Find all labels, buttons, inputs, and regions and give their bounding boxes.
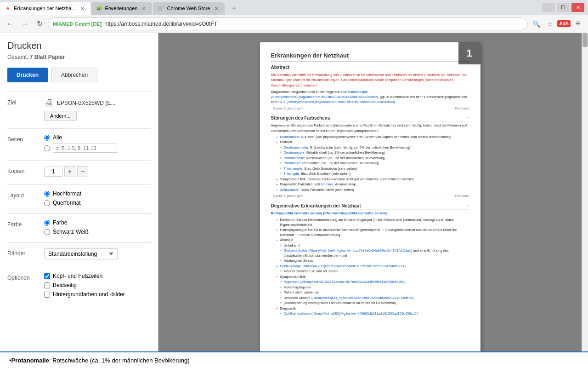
bottom-text-bar: • Protanomalie : Rotschwäche (ca. 1% der… (0, 351, 588, 368)
option-background-label: Hintergrundfarben und -bilder (53, 291, 125, 298)
tab-close-3[interactable]: ✕ (213, 5, 220, 12)
divider-7 (7, 267, 151, 267)
layout-landscape-label: Querformat (53, 200, 81, 206)
copies-input[interactable] (44, 167, 62, 177)
sub-protanopie: Protanopie: Rotblindheit (ca. 1% der män… (280, 161, 469, 166)
divider-4 (7, 184, 151, 185)
retinopathia-title: Retinopathia centralis serosa (Chorioret… (271, 211, 469, 216)
tab-close-2[interactable]: ✕ (140, 5, 147, 12)
bullet-symptome-klinik: Symptome/Klinik: Gewisse Farben können n… (277, 177, 469, 182)
color-label: Farbe (7, 219, 44, 228)
layout-portrait-radio[interactable] (44, 191, 50, 197)
forward-button[interactable]: → (18, 17, 31, 30)
option-background-checkbox[interactable] (44, 292, 50, 298)
bookmark-icon-button[interactable]: ☆ (543, 17, 556, 30)
security-label: MIAMED GmbH [DE] (53, 21, 102, 27)
bottom-text-term: Protanomalie (11, 357, 49, 364)
color-color-row: Farbe (44, 219, 151, 226)
color-bw-radio[interactable] (44, 229, 50, 235)
copies-increment-button[interactable]: + (64, 166, 75, 177)
tab-erkrankungen[interactable]: 🔺 Erkrankungen der Netzha... ✕ (0, 2, 90, 15)
address-text: https://amboss.miamed.de/library#xid=sO0… (104, 21, 523, 27)
option-duplex-row: Beidseitig (44, 282, 151, 288)
cancel-button[interactable]: Abbrechen (51, 68, 97, 82)
print-button[interactable]: Drucken (7, 68, 48, 82)
section-farb-title: Störungen des Farbsehens · (271, 115, 469, 122)
divider-5 (7, 213, 151, 214)
layout-control: Hochformat Querformat (44, 190, 151, 206)
pages-range-row (44, 144, 151, 153)
option-duplex-checkbox[interactable] (44, 282, 50, 288)
color-control: Farbe Schwarz-Weiß (44, 219, 151, 235)
main-area: Drucken Gesamt: 7 Blatt Papier Drucken A… (0, 33, 588, 368)
r-ophthal: Ophthalmoskopie (/library#xid=aM0QMg&ank… (280, 311, 469, 316)
layout-landscape-radio[interactable] (44, 200, 50, 206)
section-abstract-title: Abstract · (271, 64, 469, 71)
tab-extensions[interactable]: 🧩 Erweiterungen ✕ (91, 2, 153, 15)
color-radio-group: Farbe Schwarz-Weiß (44, 219, 151, 235)
bottom-text-suffix: : Rotschwäche (ca. 1% der männlichen Bev… (49, 357, 190, 364)
options-label: Optionen (7, 273, 44, 281)
reload-button[interactable]: ↻ (33, 17, 46, 30)
margins-label: Ränder (7, 248, 44, 257)
window-controls: — ☐ ✕ (542, 0, 588, 15)
layout-row: Layout Hochformat Querformat (7, 190, 151, 206)
printer-name: EPSON-BX525WD (E... (57, 100, 115, 106)
copies-decrement-button[interactable]: − (77, 166, 88, 177)
layout-radio-group: Hochformat Querformat (44, 190, 151, 206)
r-wahrnehmung: (Wahrnehmung eines grauen Flecks/Schatte… (280, 301, 469, 306)
option-headers-row: Kopf- und Fußzeilen (44, 273, 151, 279)
minimize-button[interactable]: — (542, 3, 555, 12)
r-verkleinert: Patient sieht verkleinert (280, 290, 469, 295)
pages-all-radio[interactable] (44, 135, 50, 141)
change-printer-button[interactable]: Ändern... (44, 111, 77, 121)
print-buttons: Drucken Abbrechen (7, 68, 151, 82)
navbar: ← → ↻ MIAMED GmbH [DE] https://amboss.mi… (0, 15, 588, 33)
tab-close-1[interactable]: ✕ (79, 5, 86, 12)
pages-label: Seiten (7, 134, 44, 143)
copies-row: Kopien + − (7, 166, 151, 177)
printer-row: Ziel 🖨 EPSON-BX525WD (E... Ändern... (7, 98, 151, 121)
print-panel: Drucken Gesamt: 7 Blatt Papier Drucken A… (0, 33, 158, 368)
copies-label: Kopien (7, 166, 44, 174)
pages-all-label: Alle (53, 134, 62, 141)
address-bar[interactable]: MIAMED GmbH [DE] https://amboss.miamed.d… (48, 17, 528, 30)
layout-portrait-row: Hochformat (44, 190, 151, 197)
pages-control: Alle (44, 134, 151, 153)
new-tab-button[interactable]: + (225, 2, 243, 15)
sub-deuteranomalie: Deuteranomalie: Grünschwäche (sehr häufi… (280, 145, 469, 150)
tab-webstore[interactable]: 🛒 Chrome Web Store ✕ (153, 2, 225, 15)
menu-button[interactable]: ≡ (571, 17, 584, 30)
tab-favicon-3: 🛒 (158, 5, 164, 12)
preview-scroll[interactable]: 1 Erkrankungen der Netzhaut · · · · Abst… (158, 33, 582, 368)
abstract-text-red: Die Netzhaut vermittelt die Umwandlung v… (271, 72, 469, 88)
margins-select[interactable]: Standardeinstellung Keine Minimal Benutz… (44, 248, 118, 259)
r-definition: Definition: Seröse Netzhautabhebung am h… (277, 218, 469, 227)
separator-1 (271, 112, 469, 112)
divider-2 (7, 128, 151, 129)
adblock-badge[interactable]: AdB (557, 20, 571, 27)
abstract-footer: · Eigene Ergänzungen ↑ Feedback (271, 106, 469, 111)
color-bw-label: Schwarz-Weiß (53, 229, 89, 235)
back-button[interactable]: ← (4, 17, 17, 30)
pages-range-radio[interactable] (44, 145, 50, 151)
farb-footer: · Eigene Ergänzungen ↑ Feedback (271, 194, 469, 198)
maximize-button[interactable]: ☐ (557, 3, 570, 12)
nav-icons: 🔍 ☆ AdB ≡ (530, 17, 584, 30)
r-diagnostik: Diagnostik (277, 306, 469, 311)
bullet-formen: Formen (277, 140, 469, 145)
layout-label: Layout (7, 190, 44, 199)
option-headers-label: Kopf- und Fußzeilen (53, 273, 102, 279)
option-headers-checkbox[interactable] (44, 273, 50, 279)
close-button[interactable]: ✕ (571, 3, 584, 12)
options-control: Kopf- und Fußzeilen Beidseitig Hintergru… (44, 273, 151, 300)
scrollbar[interactable] (582, 33, 588, 368)
color-bw-row: Schwarz-Weiß (44, 229, 151, 235)
margins-control: Standardeinstellung Keine Minimal Benutz… (44, 248, 151, 259)
sub-protanomalie: Protanomalie: Rotschwäche (ca. 1% der mä… (280, 156, 469, 161)
page-number-badge: 1 (458, 42, 481, 64)
search-icon-button[interactable]: 🔍 (530, 17, 543, 30)
retinopathia-bullets: Definition: Seröse Netzhautabhebung am h… (271, 218, 469, 316)
color-color-radio[interactable] (44, 220, 50, 226)
pages-range-input[interactable] (53, 144, 117, 153)
